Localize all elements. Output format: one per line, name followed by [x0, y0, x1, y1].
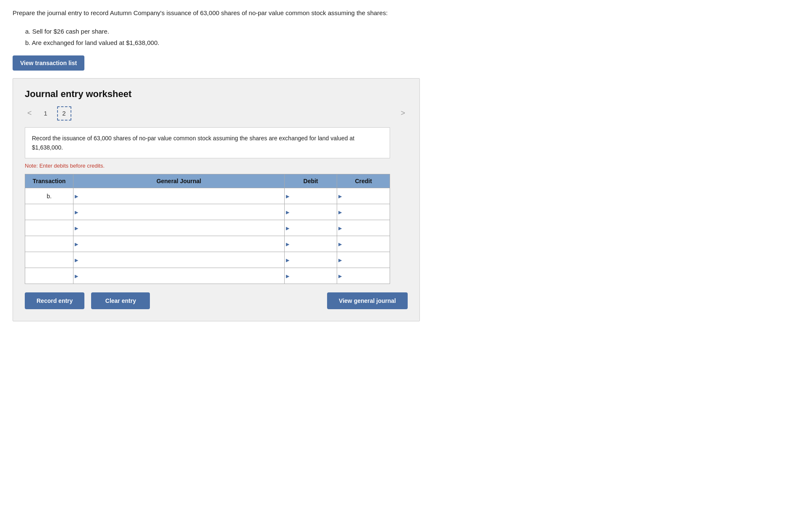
prev-arrow[interactable]: < — [25, 108, 34, 118]
header-transaction: Transaction — [25, 174, 73, 188]
debit-cell-3[interactable]: ▶ — [284, 236, 337, 252]
debit-input-3[interactable] — [285, 236, 337, 252]
arrow-icon-gj-5: ▶ — [75, 273, 78, 279]
credit-cell-4[interactable]: ▶ — [337, 252, 390, 268]
header-debit: Debit — [284, 174, 337, 188]
debit-input-1[interactable] — [285, 204, 337, 220]
arrow-icon-credit-1: ▶ — [338, 209, 342, 215]
credit-cell-1[interactable]: ▶ — [337, 204, 390, 220]
header-credit: Credit — [337, 174, 390, 188]
arrow-icon-debit-2: ▶ — [286, 225, 289, 231]
view-transaction-list-button[interactable]: View transaction list — [13, 55, 84, 71]
credit-cell-0[interactable]: ▶ — [337, 188, 390, 204]
general-journal-input-5[interactable] — [73, 268, 284, 284]
arrow-icon-gj-4: ▶ — [75, 257, 78, 263]
credit-cell-5[interactable]: ▶ — [337, 268, 390, 284]
button-row: Record entry Clear entry View general jo… — [25, 292, 408, 309]
note-text: Note: Enter debits before credits. — [25, 163, 408, 169]
general-journal-cell-4[interactable]: ▶ — [73, 252, 285, 268]
arrow-icon-gj-2: ▶ — [75, 225, 78, 231]
next-arrow[interactable]: > — [398, 108, 408, 118]
arrow-icon-debit-5: ▶ — [286, 273, 289, 279]
general-journal-cell-1[interactable]: ▶ — [73, 204, 285, 220]
transaction-cell-3 — [25, 236, 73, 252]
arrow-icon-gj-0: ▶ — [75, 193, 78, 199]
arrow-icon-gj-1: ▶ — [75, 209, 78, 215]
worksheet-title: Journal entry worksheet — [25, 89, 408, 100]
general-journal-cell-3[interactable]: ▶ — [73, 236, 285, 252]
description-box: Record the issuance of 63,000 shares of … — [25, 127, 390, 159]
debit-input-0[interactable] — [285, 188, 337, 204]
transaction-cell-4 — [25, 252, 73, 268]
transaction-cell-5 — [25, 268, 73, 284]
arrow-icon-debit-4: ▶ — [286, 257, 289, 263]
arrow-icon-debit-3: ▶ — [286, 241, 289, 247]
debit-input-5[interactable] — [285, 268, 337, 284]
transaction-cell-2 — [25, 220, 73, 236]
arrow-icon-debit-1: ▶ — [286, 209, 289, 215]
debit-cell-1[interactable]: ▶ — [284, 204, 337, 220]
debit-cell-2[interactable]: ▶ — [284, 220, 337, 236]
arrow-icon-credit-4: ▶ — [338, 257, 342, 263]
tab-1[interactable]: 1 — [39, 106, 53, 121]
view-general-journal-button[interactable]: View general journal — [327, 292, 408, 309]
credit-cell-3[interactable]: ▶ — [337, 236, 390, 252]
worksheet-container: Journal entry worksheet < 1 2 > Record t… — [13, 78, 420, 322]
general-journal-input-2[interactable] — [73, 220, 284, 236]
table-row: ▶▶▶ — [25, 220, 390, 236]
arrow-icon-credit-2: ▶ — [338, 225, 342, 231]
clear-entry-button[interactable]: Clear entry — [91, 292, 150, 309]
debit-input-2[interactable] — [285, 220, 337, 236]
general-journal-input-1[interactable] — [73, 204, 284, 220]
credit-input-0[interactable] — [337, 188, 390, 204]
record-entry-button[interactable]: Record entry — [25, 292, 84, 309]
arrow-icon-debit-0: ▶ — [286, 193, 289, 199]
tab-2[interactable]: 2 — [57, 106, 71, 121]
credit-input-1[interactable] — [337, 204, 390, 220]
header-general-journal: General Journal — [73, 174, 285, 188]
arrow-icon-credit-3: ▶ — [338, 241, 342, 247]
credit-input-3[interactable] — [337, 236, 390, 252]
problem-sub-b: b. Are exchanged for land valued at $1,6… — [25, 37, 799, 48]
general-journal-input-3[interactable] — [73, 236, 284, 252]
general-journal-cell-2[interactable]: ▶ — [73, 220, 285, 236]
general-journal-cell-5[interactable]: ▶ — [73, 268, 285, 284]
table-row: ▶▶▶ — [25, 252, 390, 268]
table-row: b.▶▶▶ — [25, 188, 390, 204]
problem-main-text: Prepare the journal entry to record Autu… — [13, 8, 411, 18]
problem-sub-a: a. Sell for $26 cash per share. — [25, 26, 799, 37]
tab-navigation: < 1 2 > — [25, 106, 408, 121]
transaction-cell-0: b. — [25, 188, 73, 204]
debit-input-4[interactable] — [285, 252, 337, 268]
general-journal-input-4[interactable] — [73, 252, 284, 268]
arrow-icon-gj-3: ▶ — [75, 241, 78, 247]
credit-input-5[interactable] — [337, 268, 390, 284]
debit-cell-5[interactable]: ▶ — [284, 268, 337, 284]
journal-table: Transaction General Journal Debit Credit… — [25, 174, 390, 284]
credit-cell-2[interactable]: ▶ — [337, 220, 390, 236]
credit-input-2[interactable] — [337, 220, 390, 236]
general-journal-cell-0[interactable]: ▶ — [73, 188, 285, 204]
arrow-icon-credit-5: ▶ — [338, 273, 342, 279]
transaction-cell-1 — [25, 204, 73, 220]
arrow-icon-credit-0: ▶ — [338, 193, 342, 199]
general-journal-input-0[interactable] — [73, 188, 284, 204]
table-row: ▶▶▶ — [25, 204, 390, 220]
table-row: ▶▶▶ — [25, 268, 390, 284]
debit-cell-0[interactable]: ▶ — [284, 188, 337, 204]
debit-cell-4[interactable]: ▶ — [284, 252, 337, 268]
table-row: ▶▶▶ — [25, 236, 390, 252]
credit-input-4[interactable] — [337, 252, 390, 268]
